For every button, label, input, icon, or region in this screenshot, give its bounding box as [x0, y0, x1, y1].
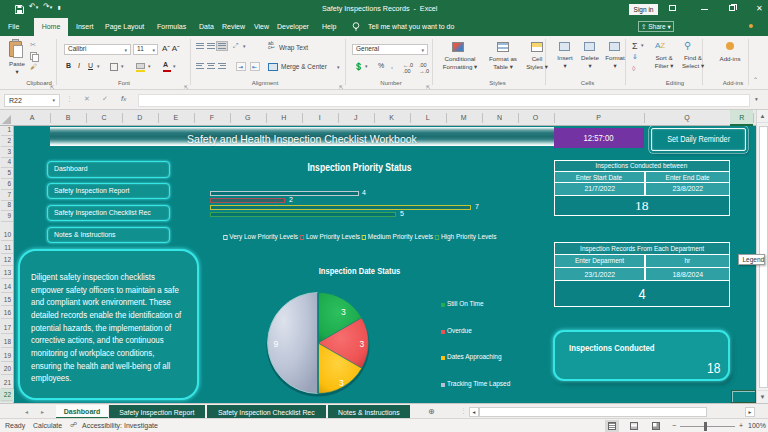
- svg-text:3: 3: [339, 378, 344, 388]
- svg-text:9: 9: [274, 339, 279, 349]
- svg-text:3: 3: [341, 307, 346, 317]
- svg-text:3: 3: [360, 339, 365, 349]
